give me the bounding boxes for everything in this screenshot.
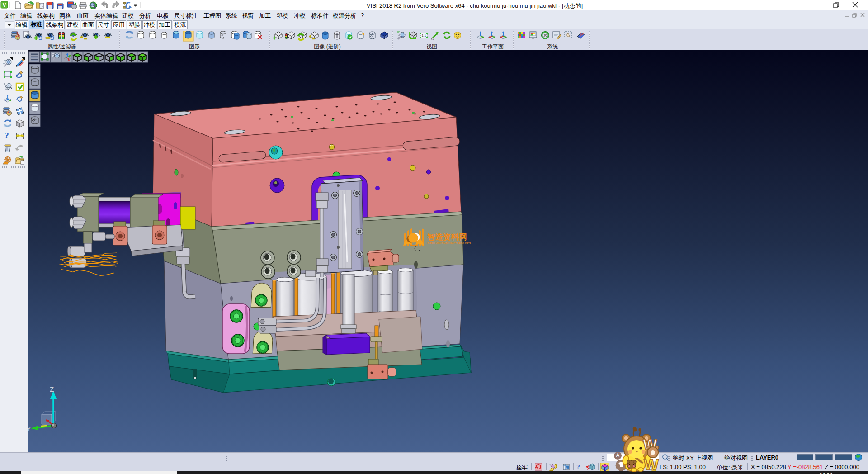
svg-text:1:1: 1:1 (422, 34, 426, 37)
svg-text:INTELLIGENT MANUFACTURING DATA: INTELLIGENT MANUFACTURING DATA (427, 242, 472, 245)
svg-text:?: ? (576, 463, 580, 471)
svg-text:?: ? (5, 131, 9, 140)
svg-text:Z: Z (50, 385, 54, 393)
svg-text:V: V (2, 2, 6, 8)
svg-text:io: io (566, 467, 568, 469)
svg-text:W: W (644, 455, 659, 473)
svg-text:智造资料网: 智造资料网 (427, 232, 467, 242)
svg-text:Y: Y (28, 425, 31, 432)
